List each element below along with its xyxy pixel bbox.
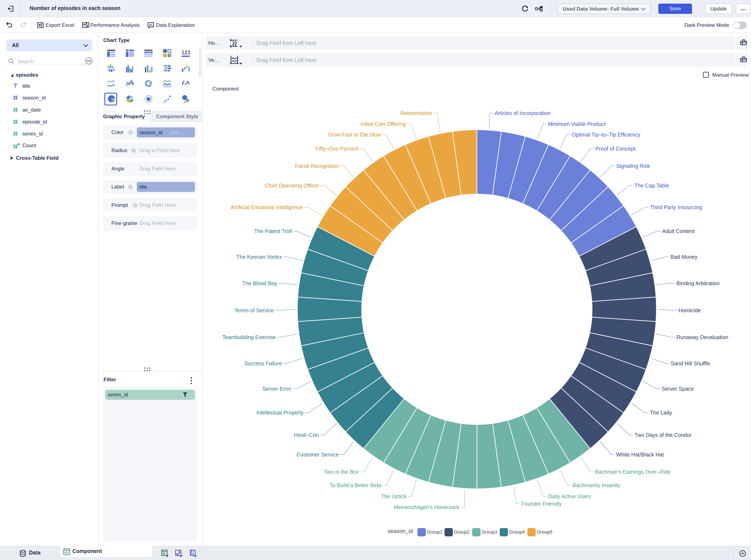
svg-text:Adult Content: Adult Content	[662, 228, 694, 234]
svg-text:Minimum Viable Product: Minimum Viable Product	[548, 121, 606, 127]
svg-text:Grow Fast or Die Slow: Grow Fast or Die Slow	[328, 132, 381, 138]
svg-text:Bad Money: Bad Money	[670, 254, 697, 260]
svg-text:Daily Active Users: Daily Active Users	[548, 493, 591, 499]
svg-text:Artificial Emotional Intellige: Artificial Emotional Intelligence	[231, 204, 303, 210]
svg-text:Proof of Concept: Proof of Concept	[595, 146, 635, 152]
svg-text:White Hat/Black Hat: White Hat/Black Hat	[616, 452, 664, 458]
svg-text:The Patent Troll: The Patent Troll	[254, 228, 292, 234]
svg-text:Founder Friendly: Founder Friendly	[522, 501, 562, 507]
svg-text:Intellectual Property: Intellectual Property	[257, 409, 304, 416]
svg-text:Teambuilding Exercise: Teambuilding Exercise	[222, 334, 276, 340]
svg-text:Bachmanity Insanity: Bachmanity Insanity	[572, 482, 620, 488]
svg-text:Hooli–Con: Hooli–Con	[294, 432, 319, 438]
svg-text:The Blood Boy: The Blood Boy	[242, 280, 277, 286]
svg-text:The Cap Table: The Cap Table	[634, 183, 669, 188]
svg-text:Initial Coin Offering: Initial Coin Offering	[361, 121, 406, 127]
svg-text:Fifty–One Percent: Fifty–One Percent	[316, 146, 359, 152]
svg-text:Third Party Insourcing: Third Party Insourcing	[650, 204, 702, 210]
svg-text:Signaling Risk: Signaling Risk	[616, 163, 650, 169]
svg-text:Sand Hill Shuffle: Sand Hill Shuffle	[671, 360, 710, 366]
svg-text:To Build a Better Beta: To Build a Better Beta	[330, 482, 381, 488]
svg-text:Facial Recognition: Facial Recognition	[295, 163, 339, 169]
svg-text:Terms of Service: Terms of Service	[234, 307, 274, 313]
svg-text:Customer Service: Customer Service	[297, 452, 339, 458]
svg-text:The Uptick: The Uptick	[381, 493, 407, 499]
svg-text:Bachman's Earnings Over–Ride: Bachman's Earnings Over–Ride	[595, 469, 671, 475]
svg-text:Meinertzhagen's Haversack: Meinertzhagen's Haversack	[394, 504, 460, 510]
svg-text:Two Days of the Condor: Two Days of the Condor	[634, 432, 692, 438]
svg-text:Runaway Devaluation: Runaway Devaluation	[676, 334, 728, 340]
svg-text:The Keenan Vortex: The Keenan Vortex	[237, 254, 282, 260]
svg-text:Articles of Incorporation: Articles of Incorporation	[494, 110, 551, 116]
svg-text:Reorientation: Reorientation	[401, 110, 432, 116]
svg-text:Two in the Box: Two in the Box	[324, 469, 359, 475]
svg-text:Chief Operating Officer: Chief Operating Officer	[265, 183, 319, 188]
svg-text:Server Error: Server Error	[262, 386, 291, 392]
svg-text:Server Space: Server Space	[662, 386, 694, 392]
svg-text:Optimal Tip–to–Tip Efficiency: Optimal Tip–to–Tip Efficiency	[572, 132, 641, 138]
svg-text:Homicide: Homicide	[678, 307, 701, 313]
svg-text:Success Failure: Success Failure	[244, 360, 282, 366]
svg-text:Binding Arbitration: Binding Arbitration	[676, 280, 720, 286]
svg-text:The Lady: The Lady	[650, 409, 672, 416]
